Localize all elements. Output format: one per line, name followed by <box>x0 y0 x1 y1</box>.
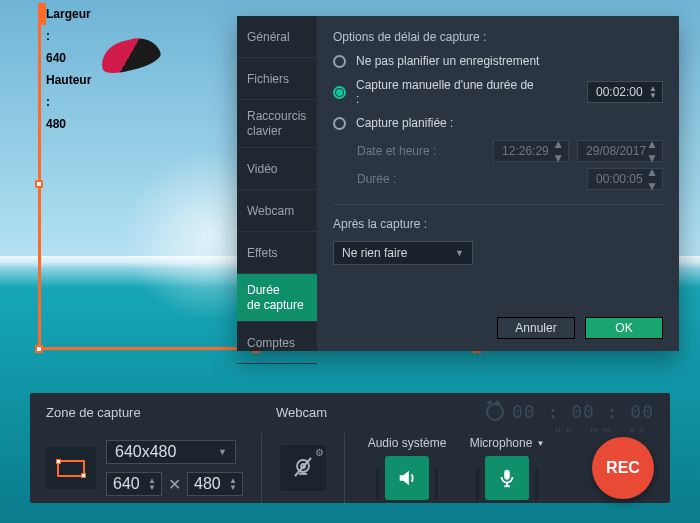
radio-scheduled[interactable] <box>333 117 346 130</box>
divider <box>261 433 262 503</box>
audio-level-meter <box>535 456 538 500</box>
after-capture-select[interactable]: Ne rien faire ▼ <box>333 241 473 265</box>
radio-manual-duration[interactable] <box>333 86 346 99</box>
height-value: 480 <box>194 475 221 493</box>
zone-preview-button[interactable] <box>46 447 96 489</box>
chevron-down-icon: ▼ <box>455 248 464 258</box>
after-capture-value: Ne rien faire <box>342 246 407 260</box>
divider <box>344 433 345 503</box>
divider <box>333 204 663 205</box>
manual-duration-stepper[interactable]: 00:02:00 ▲▼ <box>587 81 663 103</box>
speaker-icon <box>396 467 418 489</box>
recording-timer: 00 : 00 : 00 hh mm ss <box>486 401 654 422</box>
alarm-clock-icon <box>486 403 504 421</box>
preferences-dialog: Général Fichiers Raccourcis clavier Vidé… <box>237 16 679 351</box>
cancel-button[interactable]: Annuler <box>497 317 575 339</box>
scheduled-duration-label: Durée : <box>357 172 396 186</box>
tab-capture-duration[interactable]: Durée de capture <box>237 274 317 322</box>
tab-general[interactable]: Général <box>237 16 317 58</box>
system-audio-toggle[interactable] <box>385 456 429 500</box>
tab-accounts[interactable]: Comptes <box>237 322 317 364</box>
stepper-arrows-icon: ▲▼ <box>552 137 564 165</box>
microphone-label[interactable]: Microphone ▼ <box>470 436 545 450</box>
audio-level-meter <box>476 456 479 500</box>
ok-button[interactable]: OK <box>585 317 663 339</box>
tab-files[interactable]: Fichiers <box>237 58 317 100</box>
svg-rect-3 <box>504 470 510 480</box>
timer-unit-mm: mm <box>591 425 616 434</box>
stepper-arrows-icon: ▲▼ <box>646 137 658 165</box>
microphone-group: Microphone ▼ <box>463 436 551 500</box>
resolution-preset-value: 640x480 <box>115 443 176 461</box>
capture-frame-size-label: Largeur : 640 Hauteur : 480 <box>38 3 46 25</box>
scheduled-date-value: 29/08/2017 <box>586 144 646 158</box>
resolution-preset-select[interactable]: 640x480 ▼ <box>106 440 236 464</box>
microphone-icon <box>496 467 518 489</box>
tab-video[interactable]: Vidéo <box>237 148 317 190</box>
stepper-arrows-icon: ▲▼ <box>646 165 658 193</box>
height-stepper[interactable]: 480 ▲▼ <box>187 472 243 496</box>
scheduled-time-stepper: 12:26:29 ▲▼ <box>493 140 569 162</box>
resize-handle[interactable] <box>35 180 43 188</box>
capture-duration-panel: Options de délai de capture : Ne pas pla… <box>317 16 679 351</box>
radio-no-schedule[interactable] <box>333 55 346 68</box>
webcam-toggle[interactable]: ⚙ <box>280 445 326 491</box>
chevron-down-icon[interactable]: ▼ <box>536 439 544 448</box>
audio-level-meter <box>376 456 379 500</box>
webcam-group: ⚙ <box>280 445 326 491</box>
recording-toolbar: 00 : 00 : 00 hh mm ss Zone de capture We… <box>30 393 670 503</box>
width-stepper[interactable]: 640 ▲▼ <box>106 472 162 496</box>
stepper-arrows-icon[interactable]: ▲▼ <box>147 477 157 491</box>
scheduled-time-value: 12:26:29 <box>502 144 549 158</box>
capture-zone-group: 640x480 ▼ 640 ▲▼ ✕ 480 ▲▼ <box>46 440 243 496</box>
chevron-down-icon: ▼ <box>218 447 227 457</box>
resize-handle[interactable] <box>35 345 43 353</box>
zone-label: Zone de capture <box>46 405 276 420</box>
record-button[interactable]: REC <box>592 437 654 499</box>
scheduled-date-stepper: 29/08/2017 ▲▼ <box>577 140 663 162</box>
microphone-toggle[interactable] <box>485 456 529 500</box>
stepper-arrows-icon[interactable]: ▲▼ <box>228 477 238 491</box>
tab-effects[interactable]: Effets <box>237 232 317 274</box>
timer-unit-hh: hh <box>556 425 577 434</box>
timer-unit-ss: ss <box>630 425 650 434</box>
manual-duration-value: 00:02:00 <box>596 85 643 99</box>
after-capture-title: Après la capture : <box>333 217 663 231</box>
radio-scheduled-label: Capture planifiée : <box>356 116 453 130</box>
radio-no-schedule-label: Ne pas planifier un enregistrement <box>356 54 539 68</box>
system-audio-label: Audio système <box>368 436 447 450</box>
scheduled-duration-value: 00:00:05 <box>596 172 643 186</box>
width-value: 640 <box>113 475 140 493</box>
audio-level-meter <box>435 456 438 500</box>
delay-options-title: Options de délai de capture : <box>333 30 663 44</box>
gear-icon[interactable]: ⚙ <box>315 447 324 458</box>
webcam-label: Webcam <box>276 405 327 420</box>
multiply-icon: ✕ <box>168 475 181 494</box>
timer-digits: 00 : 00 : 00 <box>512 401 654 422</box>
preferences-tabs: Général Fichiers Raccourcis clavier Vidé… <box>237 16 317 351</box>
system-audio-group: Audio système <box>363 436 451 500</box>
radio-manual-duration-label: Capture manuelle d'une durée de : <box>356 78 536 106</box>
stepper-arrows-icon[interactable]: ▲▼ <box>648 85 658 99</box>
tab-shortcuts[interactable]: Raccourcis clavier <box>237 100 317 148</box>
selection-icon <box>57 460 85 477</box>
tab-webcam[interactable]: Webcam <box>237 190 317 232</box>
webcam-off-icon <box>291 456 315 480</box>
scheduled-duration-stepper: 00:00:05 ▲▼ <box>587 168 663 190</box>
scheduled-datetime-label: Date et heure : <box>357 144 436 158</box>
microphone-label-text: Microphone <box>470 436 533 450</box>
